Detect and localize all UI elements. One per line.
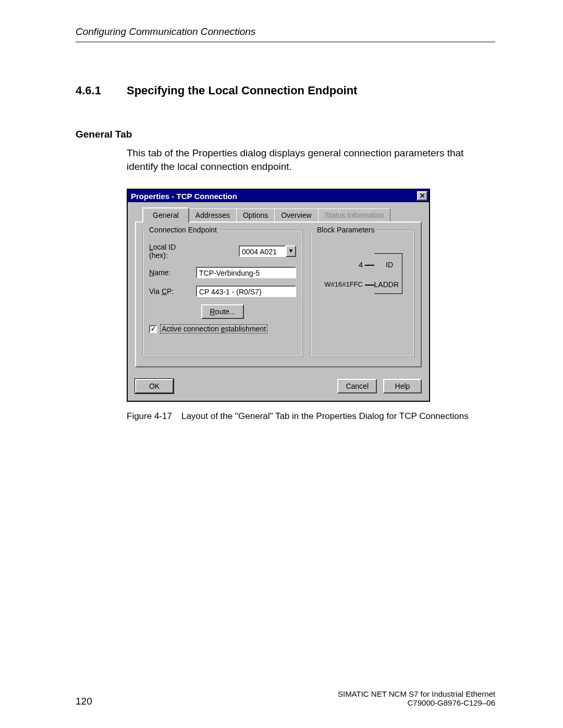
subsection-heading: General Tab xyxy=(76,129,495,140)
name-field[interactable]: TCP-Verbindung-5 xyxy=(196,267,296,278)
local-id-label: Local ID (hex): xyxy=(149,243,196,260)
active-connection-checkbox[interactable]: ✓ xyxy=(149,325,157,333)
help-button[interactable]: Help xyxy=(383,379,422,393)
footer-doc-id: C79000-G8976-C129–06 xyxy=(338,698,495,707)
active-connection-label: Active connection establishment xyxy=(160,324,267,334)
running-head: Configuring Communication Connections xyxy=(76,26,495,42)
local-id-combo[interactable]: 0004 A021 ▼ xyxy=(239,245,296,257)
block-id-label: ID xyxy=(386,261,393,269)
via-cp-field[interactable]: CP 443-1 - (R0/S7) xyxy=(196,286,296,297)
tab-panel-general: Connection Endpoint Local ID (hex): 0004… xyxy=(135,221,422,367)
block-diagram: 4 ID W#16#1FFC LADDR xyxy=(317,243,408,305)
block-laddr-label: LADDR xyxy=(374,280,399,289)
via-cp-label: Via CP: xyxy=(149,287,196,295)
ok-button[interactable]: OK xyxy=(135,379,174,393)
tab-status-info: Status Information xyxy=(318,208,391,221)
route-button[interactable]: Route... xyxy=(201,304,243,319)
tab-options[interactable]: Options xyxy=(236,208,275,221)
group-connection-endpoint: Connection Endpoint Local ID (hex): 0004… xyxy=(142,230,303,357)
group-block-title: Block Parameters xyxy=(315,226,376,234)
intro-paragraph: This tab of the Properties dialog displa… xyxy=(127,146,492,173)
section-title: Specifying the Local Connection Endpoint xyxy=(127,84,357,97)
dialog-title: Properties - TCP Connection xyxy=(131,192,237,201)
cancel-button[interactable]: Cancel xyxy=(337,379,377,393)
properties-dialog: Properties - TCP Connection ✕ General Ad… xyxy=(127,189,430,402)
dialog-titlebar: Properties - TCP Connection ✕ xyxy=(128,190,429,202)
tab-general[interactable]: General xyxy=(142,207,189,223)
group-block-parameters: Block Parameters 4 ID W#16#1FFC LADDR xyxy=(310,230,414,357)
block-laddr-value: W#16#1FFC xyxy=(324,280,363,288)
block-id-value: 4 xyxy=(359,261,363,269)
tab-addresses[interactable]: Addresses xyxy=(189,208,237,221)
footer-product-line: SIMATIC NET NCM S7 for Industrial Ethern… xyxy=(338,689,495,698)
group-endpoint-title: Connection Endpoint xyxy=(147,226,219,234)
local-id-value[interactable]: 0004 A021 xyxy=(239,245,286,257)
close-icon[interactable]: ✕ xyxy=(417,191,427,201)
section-number: 4.6.1 xyxy=(76,84,110,97)
name-label: Name: xyxy=(149,268,196,277)
chevron-down-icon[interactable]: ▼ xyxy=(286,245,296,257)
tab-strip: General Addresses Options Overview Statu… xyxy=(135,207,422,221)
figure-caption: Figure 4-17Layout of the "General" Tab i… xyxy=(127,411,495,422)
page-number: 120 xyxy=(76,696,92,707)
tab-overview[interactable]: Overview xyxy=(274,208,318,221)
